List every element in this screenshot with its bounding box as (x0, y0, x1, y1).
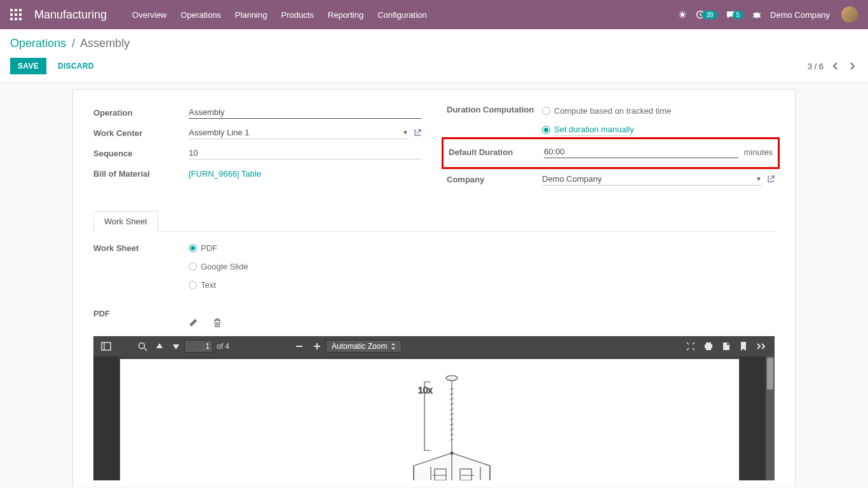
bom-link[interactable]: [FURN_9666] Table (189, 169, 261, 179)
svg-line-14 (144, 348, 147, 351)
pdf-zoom-in-icon[interactable] (308, 339, 326, 354)
pdf-more-icon[interactable] (752, 339, 771, 353)
workcenter-select[interactable]: Assembly Line 1 ▼ (189, 126, 409, 139)
settings-icon[interactable] (752, 10, 761, 19)
svg-rect-2 (19, 9, 22, 11)
svg-point-32 (451, 452, 453, 454)
sequence-input[interactable] (189, 147, 421, 159)
user-avatar[interactable] (841, 6, 858, 23)
pdf-zoom-select[interactable]: Automatic Zoom (326, 340, 402, 353)
radio-pdf[interactable] (189, 244, 197, 252)
pdf-download-icon[interactable] (717, 339, 735, 354)
discard-button[interactable]: DISCARD (50, 58, 102, 74)
breadcrumb-parent[interactable]: Operations (10, 37, 66, 50)
radio-tracked[interactable] (542, 107, 550, 115)
radio-tracked-label[interactable]: Compute based on tracked time (554, 106, 671, 116)
menu-products[interactable]: Products (281, 10, 313, 20)
edit-icon[interactable] (189, 318, 198, 327)
svg-rect-5 (19, 13, 22, 16)
pager: 3 / 6 (808, 59, 858, 73)
pdf-prev-page-icon[interactable] (151, 339, 168, 353)
pdf-search-icon[interactable] (134, 339, 151, 354)
svg-rect-3 (10, 13, 13, 16)
pdf-bookmark-icon[interactable] (735, 339, 752, 354)
svg-rect-6 (10, 18, 13, 20)
pdf-scrollbar[interactable] (766, 356, 775, 480)
duration-comp-label: Duration Computation (447, 105, 542, 114)
workcenter-value: Assembly Line 1 (189, 128, 402, 137)
menu-operations[interactable]: Operations (180, 10, 221, 20)
app-title: Manufacturing (34, 8, 107, 22)
sequence-label: Sequence (93, 149, 189, 158)
breadcrumb: Operations / Assembly (0, 29, 868, 53)
pdf-sidebar-icon[interactable] (97, 339, 115, 354)
svg-rect-7 (15, 18, 17, 20)
pdf-print-icon[interactable] (700, 339, 717, 354)
pdf-toolbar: of 4 Automatic Zoom (93, 336, 775, 356)
pdf-presentation-icon[interactable] (682, 339, 700, 354)
radio-slide[interactable] (189, 262, 197, 271)
radio-text[interactable] (189, 281, 197, 289)
workcenter-external-icon[interactable] (414, 129, 421, 137)
highlight-box: Default Duration minutes (442, 137, 780, 169)
save-button[interactable]: SAVE (10, 58, 46, 74)
pdf-label: PDF (93, 308, 189, 318)
delete-icon[interactable] (213, 318, 222, 327)
radio-text-label[interactable]: Text (201, 280, 216, 290)
topbar: Manufacturing Overview Operations Planni… (0, 0, 868, 29)
pdf-zoom-out-icon[interactable] (290, 339, 308, 354)
breadcrumb-current: Assembly (80, 37, 130, 50)
company-value: Demo Company (542, 174, 756, 184)
menu-reporting[interactable]: Reporting (328, 10, 363, 20)
form-sheet: Operation Work Center Assembly Line 1 ▼ (72, 89, 796, 487)
workcenter-label: Work Center (93, 128, 189, 138)
menu-planning[interactable]: Planning (235, 10, 268, 20)
apps-icon[interactable] (10, 9, 22, 20)
svg-point-9 (681, 13, 684, 17)
tab-worksheet[interactable]: Work Sheet (93, 211, 158, 232)
chat-icon[interactable]: 5 (726, 10, 744, 19)
radio-manual-label[interactable]: Set duration manually (554, 123, 634, 136)
svg-rect-4 (15, 13, 17, 16)
menu-configuration[interactable]: Configuration (377, 10, 426, 20)
default-duration-unit: minutes (743, 147, 773, 157)
menu-overview[interactable]: Overview (132, 10, 166, 20)
debug-icon[interactable] (678, 10, 687, 19)
breadcrumb-sep: / (72, 37, 75, 50)
pager-next[interactable] (847, 59, 858, 73)
caret-down-icon: ▼ (756, 175, 762, 182)
worksheet-label: Work Sheet (93, 242, 189, 297)
svg-point-18 (446, 376, 458, 381)
radio-slide-label[interactable]: Google Slide (201, 262, 248, 271)
company-selector[interactable]: Demo Company (770, 10, 830, 20)
pdf-page-input[interactable] (184, 340, 213, 353)
tabs: Work Sheet (93, 211, 775, 232)
activity-icon[interactable]: 39 (696, 10, 717, 19)
pdf-qty-label: 10x (418, 385, 433, 395)
company-external-icon[interactable] (767, 175, 775, 183)
pdf-page[interactable]: 10x (120, 359, 739, 480)
activity-badge: 39 (702, 11, 717, 19)
radio-manual[interactable] (542, 126, 550, 134)
company-label: Company (447, 175, 542, 184)
pdf-zoom-value: Automatic Zoom (332, 342, 387, 351)
company-select[interactable]: Demo Company ▼ (542, 173, 762, 186)
radio-pdf-label[interactable]: PDF (201, 243, 217, 253)
pager-text: 3 / 6 (808, 62, 824, 71)
svg-rect-1 (15, 9, 17, 11)
default-duration-input[interactable] (544, 146, 738, 158)
default-duration-label: Default Duration (449, 147, 544, 157)
chat-badge: 5 (733, 11, 744, 19)
pdf-page-total: of 4 (213, 342, 233, 351)
pdf-tools (189, 318, 775, 327)
pdf-viewer: of 4 Automatic Zoom (93, 336, 775, 480)
bom-label: Bill of Material (93, 169, 189, 179)
pdf-next-page-icon[interactable] (168, 339, 184, 353)
pdf-gutter-right (740, 356, 766, 480)
operation-label: Operation (93, 108, 189, 118)
operation-input[interactable] (189, 106, 421, 119)
caret-down-icon: ▼ (402, 129, 409, 136)
svg-rect-0 (10, 9, 13, 11)
main-menu: Overview Operations Planning Products Re… (132, 10, 426, 20)
pager-prev[interactable] (830, 59, 841, 73)
